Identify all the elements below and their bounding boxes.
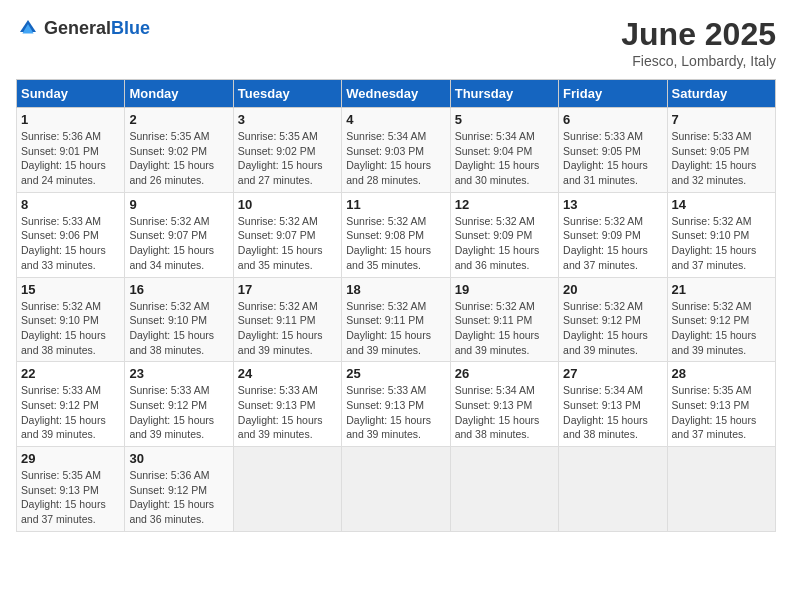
day-number: 24 [238,366,337,381]
header-thursday: Thursday [450,80,558,108]
calendar-cell: 22Sunrise: 5:33 AMSunset: 9:12 PMDayligh… [17,362,125,447]
day-info: Sunrise: 5:34 AMSunset: 9:04 PMDaylight:… [455,129,554,188]
calendar-row-3: 15Sunrise: 5:32 AMSunset: 9:10 PMDayligh… [17,277,776,362]
calendar-cell: 16Sunrise: 5:32 AMSunset: 9:10 PMDayligh… [125,277,233,362]
day-number: 30 [129,451,228,466]
day-info: Sunrise: 5:32 AMSunset: 9:11 PMDaylight:… [455,299,554,358]
calendar-cell: 1Sunrise: 5:36 AMSunset: 9:01 PMDaylight… [17,108,125,193]
day-info: Sunrise: 5:32 AMSunset: 9:11 PMDaylight:… [238,299,337,358]
header-saturday: Saturday [667,80,775,108]
day-number: 17 [238,282,337,297]
day-info: Sunrise: 5:32 AMSunset: 9:11 PMDaylight:… [346,299,445,358]
calendar-cell: 11Sunrise: 5:32 AMSunset: 9:08 PMDayligh… [342,192,450,277]
day-info: Sunrise: 5:33 AMSunset: 9:13 PMDaylight:… [346,383,445,442]
logo-icon [16,16,40,40]
day-info: Sunrise: 5:32 AMSunset: 9:07 PMDaylight:… [129,214,228,273]
day-info: Sunrise: 5:36 AMSunset: 9:12 PMDaylight:… [129,468,228,527]
day-number: 4 [346,112,445,127]
day-number: 21 [672,282,771,297]
day-number: 5 [455,112,554,127]
logo-text: GeneralBlue [44,18,150,39]
day-info: Sunrise: 5:35 AMSunset: 9:13 PMDaylight:… [21,468,120,527]
page-header: GeneralBlue June 2025 Fiesco, Lombardy, … [16,16,776,69]
calendar-cell: 29Sunrise: 5:35 AMSunset: 9:13 PMDayligh… [17,447,125,532]
calendar-row-2: 8Sunrise: 5:33 AMSunset: 9:06 PMDaylight… [17,192,776,277]
day-info: Sunrise: 5:35 AMSunset: 9:02 PMDaylight:… [129,129,228,188]
calendar-cell: 3Sunrise: 5:35 AMSunset: 9:02 PMDaylight… [233,108,341,193]
day-info: Sunrise: 5:34 AMSunset: 9:03 PMDaylight:… [346,129,445,188]
day-info: Sunrise: 5:32 AMSunset: 9:07 PMDaylight:… [238,214,337,273]
calendar-cell: 12Sunrise: 5:32 AMSunset: 9:09 PMDayligh… [450,192,558,277]
day-info: Sunrise: 5:36 AMSunset: 9:01 PMDaylight:… [21,129,120,188]
day-info: Sunrise: 5:32 AMSunset: 9:12 PMDaylight:… [672,299,771,358]
day-number: 7 [672,112,771,127]
day-number: 10 [238,197,337,212]
day-number: 23 [129,366,228,381]
calendar-cell: 24Sunrise: 5:33 AMSunset: 9:13 PMDayligh… [233,362,341,447]
month-title: June 2025 [621,16,776,53]
day-info: Sunrise: 5:35 AMSunset: 9:02 PMDaylight:… [238,129,337,188]
calendar-cell [233,447,341,532]
calendar-cell: 17Sunrise: 5:32 AMSunset: 9:11 PMDayligh… [233,277,341,362]
logo-general: General [44,18,111,38]
day-info: Sunrise: 5:33 AMSunset: 9:05 PMDaylight:… [563,129,662,188]
day-number: 29 [21,451,120,466]
day-info: Sunrise: 5:32 AMSunset: 9:10 PMDaylight:… [129,299,228,358]
header-wednesday: Wednesday [342,80,450,108]
calendar-cell [342,447,450,532]
header-tuesday: Tuesday [233,80,341,108]
day-number: 25 [346,366,445,381]
day-info: Sunrise: 5:33 AMSunset: 9:13 PMDaylight:… [238,383,337,442]
day-number: 14 [672,197,771,212]
calendar-table: SundayMondayTuesdayWednesdayThursdayFrid… [16,79,776,532]
day-info: Sunrise: 5:32 AMSunset: 9:09 PMDaylight:… [455,214,554,273]
day-info: Sunrise: 5:32 AMSunset: 9:08 PMDaylight:… [346,214,445,273]
day-number: 3 [238,112,337,127]
calendar-cell [559,447,667,532]
calendar-cell: 23Sunrise: 5:33 AMSunset: 9:12 PMDayligh… [125,362,233,447]
calendar-cell: 21Sunrise: 5:32 AMSunset: 9:12 PMDayligh… [667,277,775,362]
day-number: 26 [455,366,554,381]
calendar-cell: 5Sunrise: 5:34 AMSunset: 9:04 PMDaylight… [450,108,558,193]
day-number: 15 [21,282,120,297]
day-number: 22 [21,366,120,381]
calendar-row-5: 29Sunrise: 5:35 AMSunset: 9:13 PMDayligh… [17,447,776,532]
day-info: Sunrise: 5:32 AMSunset: 9:10 PMDaylight:… [672,214,771,273]
calendar-cell [450,447,558,532]
calendar-cell: 7Sunrise: 5:33 AMSunset: 9:05 PMDaylight… [667,108,775,193]
calendar-cell: 19Sunrise: 5:32 AMSunset: 9:11 PMDayligh… [450,277,558,362]
day-info: Sunrise: 5:34 AMSunset: 9:13 PMDaylight:… [563,383,662,442]
calendar-cell: 2Sunrise: 5:35 AMSunset: 9:02 PMDaylight… [125,108,233,193]
header-friday: Friday [559,80,667,108]
calendar-cell: 14Sunrise: 5:32 AMSunset: 9:10 PMDayligh… [667,192,775,277]
day-number: 9 [129,197,228,212]
day-info: Sunrise: 5:33 AMSunset: 9:12 PMDaylight:… [21,383,120,442]
calendar-cell: 26Sunrise: 5:34 AMSunset: 9:13 PMDayligh… [450,362,558,447]
day-info: Sunrise: 5:32 AMSunset: 9:12 PMDaylight:… [563,299,662,358]
day-number: 19 [455,282,554,297]
location-title: Fiesco, Lombardy, Italy [621,53,776,69]
calendar-cell: 15Sunrise: 5:32 AMSunset: 9:10 PMDayligh… [17,277,125,362]
day-number: 6 [563,112,662,127]
calendar-header-row: SundayMondayTuesdayWednesdayThursdayFrid… [17,80,776,108]
day-info: Sunrise: 5:35 AMSunset: 9:13 PMDaylight:… [672,383,771,442]
calendar-cell [667,447,775,532]
day-number: 2 [129,112,228,127]
day-number: 1 [21,112,120,127]
calendar-cell: 20Sunrise: 5:32 AMSunset: 9:12 PMDayligh… [559,277,667,362]
day-info: Sunrise: 5:32 AMSunset: 9:10 PMDaylight:… [21,299,120,358]
header-monday: Monday [125,80,233,108]
day-info: Sunrise: 5:33 AMSunset: 9:12 PMDaylight:… [129,383,228,442]
header-sunday: Sunday [17,80,125,108]
calendar-title-area: June 2025 Fiesco, Lombardy, Italy [621,16,776,69]
calendar-cell: 6Sunrise: 5:33 AMSunset: 9:05 PMDaylight… [559,108,667,193]
day-info: Sunrise: 5:33 AMSunset: 9:05 PMDaylight:… [672,129,771,188]
calendar-cell: 25Sunrise: 5:33 AMSunset: 9:13 PMDayligh… [342,362,450,447]
calendar-cell: 13Sunrise: 5:32 AMSunset: 9:09 PMDayligh… [559,192,667,277]
day-info: Sunrise: 5:34 AMSunset: 9:13 PMDaylight:… [455,383,554,442]
calendar-cell: 30Sunrise: 5:36 AMSunset: 9:12 PMDayligh… [125,447,233,532]
day-number: 20 [563,282,662,297]
day-info: Sunrise: 5:32 AMSunset: 9:09 PMDaylight:… [563,214,662,273]
calendar-cell: 10Sunrise: 5:32 AMSunset: 9:07 PMDayligh… [233,192,341,277]
day-number: 12 [455,197,554,212]
